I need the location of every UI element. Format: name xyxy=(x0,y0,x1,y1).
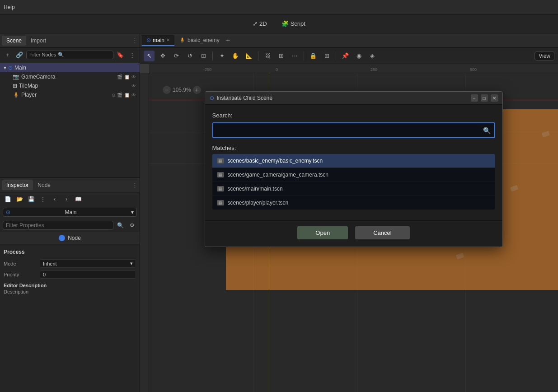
canvas-area[interactable]: − 105.9% + ⊙ Instantiate Child Scene xyxy=(149,73,558,392)
grid-tool[interactable]: ⊞ xyxy=(276,51,286,61)
editor-tab-main[interactable]: ⊙ main ✕ xyxy=(142,35,174,46)
editor-toolbar: ↖ ✥ ⟳ ↺ ⊡ ✦ ✋ 📐 ⛓ ⊞ ⋯ 🔒 ⊞ 📌 ◉ ◈ View xyxy=(140,48,558,64)
more-tool[interactable]: ⋯ xyxy=(289,51,300,61)
match-item-basic-enemy[interactable]: scenes/basic_enemy/basic_enemy.tscn xyxy=(212,154,495,168)
match-icon-game-camera xyxy=(217,172,224,177)
lock-tool[interactable]: 🔒 xyxy=(308,51,319,61)
node-section-header: Node xyxy=(0,232,140,244)
scene-toolbar-more[interactable]: ⋮ xyxy=(127,50,137,60)
right-panel: ⊙ main ✕ 🧍 basic_enemy + ↖ ✥ ⟳ ↺ ⊡ ✦ ✋ 📐… xyxy=(140,33,558,392)
tab-inspector[interactable]: Inspector xyxy=(2,180,33,190)
menu-help[interactable]: Help xyxy=(4,4,15,10)
node-section-icon xyxy=(59,235,65,241)
insp-btn-more[interactable]: ⋮ xyxy=(38,194,48,204)
horizontal-ruler: -250 0 250 500 xyxy=(149,64,558,73)
scene-search-input[interactable] xyxy=(212,122,495,138)
insp-btn-next[interactable]: › xyxy=(61,194,71,204)
modal-window-controls: − □ ✕ xyxy=(471,94,498,102)
player-action-3: 📋 xyxy=(124,93,130,98)
node-selector-chevron: ▾ xyxy=(131,209,134,215)
insp-btn-prev[interactable]: ‹ xyxy=(50,194,60,204)
move-tool[interactable]: ✥ xyxy=(157,51,168,61)
node-selector-dropdown[interactable]: ⊙ Main ▾ xyxy=(3,208,137,217)
match-item-player[interactable]: scenes/player/player.tscn xyxy=(212,196,495,210)
player-actions: ⊙ 🎬 📋 👁 xyxy=(112,93,136,98)
vertical-ruler xyxy=(140,73,149,392)
tree-item-main[interactable]: ▾ ⊙ Main xyxy=(0,63,140,72)
circle-tool[interactable]: ◉ xyxy=(353,51,364,61)
matches-label: Matches: xyxy=(212,145,495,151)
scale-tool[interactable]: ↺ xyxy=(184,51,195,61)
editor-tab-basic-enemy[interactable]: 🧍 basic_enemy xyxy=(174,35,224,46)
priority-value: 0 xyxy=(40,271,136,279)
mode-dropdown[interactable]: Inherit ▾ xyxy=(40,259,136,268)
filter-search-icon: 🔍 xyxy=(58,52,64,58)
add-node-button[interactable]: + xyxy=(3,50,13,60)
open-button[interactable]: Open xyxy=(297,226,348,239)
extra-tool[interactable]: ◈ xyxy=(367,51,378,61)
process-mode-row: Mode Inherit ▾ xyxy=(4,258,136,269)
inspector-panel-more-icon[interactable]: ⋮ xyxy=(132,182,138,188)
insp-btn-save[interactable]: 💾 xyxy=(26,194,36,204)
tab-import[interactable]: Import xyxy=(26,36,51,46)
modal-title-bar: ⊙ Instantiate Child Scene − □ ✕ xyxy=(205,92,502,105)
gamecamera-action-3: 👁 xyxy=(131,75,136,79)
filter-options-btn[interactable]: ⚙ xyxy=(127,220,137,230)
filter-nodes-input[interactable]: Filter Nodes 🔍 xyxy=(26,51,113,59)
bone-tool[interactable]: ⛓ xyxy=(262,51,273,61)
rotate-tool[interactable]: ⟳ xyxy=(171,51,182,61)
left-panel: Scene Import ⋮ + 🔗 Filter Nodes 🔍 🔖 ⋮ ▾ … xyxy=(0,33,140,392)
tree-item-player[interactable]: 🧍 Player ⊙ 🎬 📋 👁 xyxy=(0,90,140,99)
match-icon-player xyxy=(217,200,224,205)
modal-maximize-button[interactable]: □ xyxy=(481,94,488,102)
scene-panel: Scene Import ⋮ + 🔗 Filter Nodes 🔍 🔖 ⋮ ▾ … xyxy=(0,33,140,178)
properties-content: Process Mode Inherit ▾ Priority 0 Editor… xyxy=(0,244,140,297)
link-node-button[interactable]: 🔗 xyxy=(14,50,24,60)
btn-2d[interactable]: ⤢ 2D xyxy=(249,19,271,29)
scene-toolbar-btn1[interactable]: 🔖 xyxy=(115,50,125,60)
modal-close-button[interactable]: ✕ xyxy=(491,94,498,102)
select-tool[interactable]: ↖ xyxy=(144,51,155,61)
cancel-button[interactable]: Cancel xyxy=(355,226,409,239)
modal-minimize-button[interactable]: − xyxy=(471,94,478,102)
tilemap-vis-icon: 👁 xyxy=(131,84,136,89)
pan-tool[interactable]: ✋ xyxy=(230,51,241,61)
rect-tool[interactable]: ⊡ xyxy=(198,51,209,61)
description-label: Description xyxy=(4,289,136,294)
filter-properties-input[interactable] xyxy=(3,221,113,230)
insp-btn-open[interactable]: 📂 xyxy=(14,194,24,204)
filter-search-btn[interactable]: 🔍 xyxy=(115,220,125,230)
main-tab-close[interactable]: ✕ xyxy=(166,37,170,42)
snap-tool[interactable]: ✦ xyxy=(216,51,227,61)
scene-panel-more-icon[interactable]: ⋮ xyxy=(132,37,138,44)
tree-item-tilemap[interactable]: ⊞ TileMap 👁 xyxy=(0,81,140,90)
matches-list: scenes/basic_enemy/basic_enemy.tscn scen… xyxy=(212,154,495,210)
insp-btn-doc[interactable]: 📖 xyxy=(73,194,83,204)
scene-tab-bar: Scene Import ⋮ xyxy=(0,33,140,48)
tab-node[interactable]: Node xyxy=(33,180,55,190)
match-item-main[interactable]: scenes/main/main.tscn xyxy=(212,182,495,196)
match-item-game-camera[interactable]: scenes/game_camera/game_camera.tscn xyxy=(212,168,495,182)
group-tool[interactable]: ⊞ xyxy=(321,51,332,61)
tab-add-button[interactable]: + xyxy=(226,37,230,45)
match-icon-basic-enemy xyxy=(217,158,224,163)
measure-tool[interactable]: 📐 xyxy=(244,51,254,61)
tab-scene[interactable]: Scene xyxy=(2,36,26,46)
viewport: -250 0 250 500 xyxy=(140,64,558,392)
inspector-tab-bar: Inspector Node ⋮ xyxy=(0,178,140,192)
modal-overlay: ⊙ Instantiate Child Scene − □ ✕ Search xyxy=(149,73,558,392)
view-button[interactable]: View xyxy=(535,51,554,61)
node-selector-icon: ⊙ xyxy=(6,209,10,215)
match-icon-main xyxy=(217,186,224,191)
tree-item-gamecamera[interactable]: 📷 GameCamera 🎬 📋 👁 xyxy=(0,72,140,81)
tilemap-icon: ⊞ xyxy=(13,83,17,89)
ruler-mark-500: 500 xyxy=(470,67,477,72)
ruler-mark-neg250: -250 xyxy=(203,67,211,72)
btn-script[interactable]: 🧩 Script xyxy=(278,19,309,29)
tilemap-actions: 👁 xyxy=(131,84,136,89)
ruler-mark-0: 0 xyxy=(276,67,278,72)
insp-btn-new[interactable]: 📄 xyxy=(3,194,13,204)
pin-tool[interactable]: 📌 xyxy=(340,51,351,61)
mode-chevron-icon: ▾ xyxy=(130,261,133,266)
basic-enemy-tab-icon: 🧍 xyxy=(179,37,186,43)
